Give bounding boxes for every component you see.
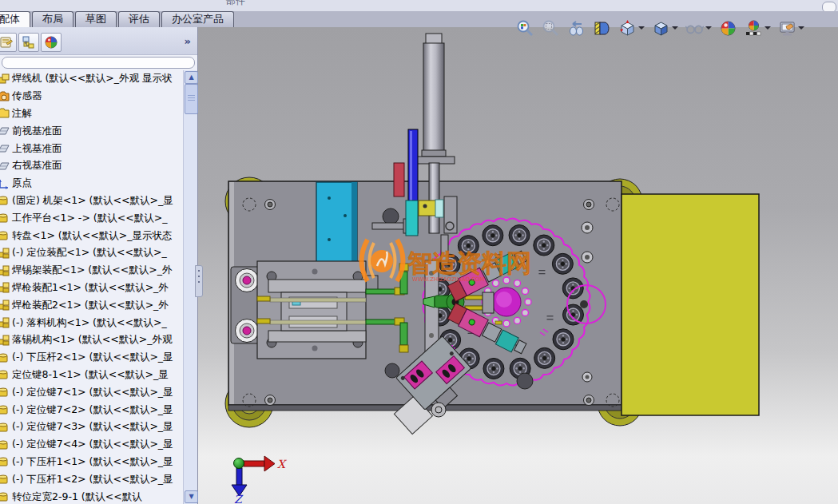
plane-icon — [0, 142, 10, 155]
zoom-to-fit-icon[interactable] — [516, 19, 534, 38]
view-orientation-icon[interactable] — [618, 19, 645, 38]
scroll-down-button[interactable]: ▼ — [185, 490, 198, 503]
tree-item[interactable]: 转位定宽2-9-1 (默认<<默认 — [0, 488, 185, 504]
tree-item[interactable]: 上视基准面 — [0, 140, 185, 157]
tree-item[interactable]: 焊线机 (默认<<默认>_外观 显示状 — [0, 70, 185, 88]
feature-manager-panel: » 焊线机 (默认<<默认>_外观 显示状传感器注解前视基准面上视基准面右视基准… — [0, 27, 198, 504]
display-style-dropdown-caret[interactable] — [672, 26, 678, 30]
tree-item-label: 注解 — [12, 107, 32, 121]
tab-评估[interactable]: 评估 — [118, 11, 160, 27]
turntable-roller[interactable] — [534, 347, 555, 368]
top-strip-label: 部件 — [226, 0, 245, 8]
tree-item[interactable]: 前视基准面 — [0, 122, 185, 140]
previous-view-icon[interactable] — [567, 19, 586, 38]
assembly-icon — [0, 247, 10, 260]
displaymanager-tab-icon[interactable] — [41, 33, 62, 52]
tree-item-label: (-) 下压杆1<1> (默认<<默认>_显 — [12, 455, 173, 469]
tree-item[interactable]: (-) 下压杆2<1> (默认<<默认>_显 — [0, 349, 185, 367]
scroll-thumb[interactable] — [185, 84, 198, 114]
tree-item[interactable]: 焊枪装配1<1> (默认<<默认>_外 — [0, 280, 185, 297]
graphics-viewport[interactable]: 智造资料网 WWW.ZHIZAOZILIAO.COM X Z — [198, 27, 838, 504]
panel-expand-chevron[interactable]: » — [185, 35, 191, 47]
panel-header: » — [0, 27, 197, 55]
tree-item-label: 焊线机 (默认<<默认>_外观 显示状 — [12, 72, 173, 85]
tree-item-label: (固定) 机架<1> (默认<<默认>_显 — [12, 194, 173, 208]
assembly-icon — [0, 299, 10, 312]
hide-show-items-icon[interactable] — [685, 19, 712, 38]
tree-item[interactable]: (-) 定位键7<1> (默认<<默认>_显 — [0, 383, 185, 401]
tree-item-label: 转位定宽2-9-1 (默认<<默认 — [12, 490, 142, 504]
apply-scene-dropdown-caret[interactable] — [765, 26, 771, 30]
assembly-icon — [0, 264, 10, 277]
plane-icon — [0, 125, 10, 137]
tree-item[interactable]: 落锡机构<1> (默认<<默认>_外观 — [0, 331, 185, 349]
plane-icon — [0, 160, 10, 173]
sensor-icon — [0, 90, 10, 103]
part-icon — [0, 351, 10, 364]
tab-布局[interactable]: 布局 — [32, 11, 73, 27]
part-icon — [0, 386, 10, 399]
top-toolbar-strip: 部件 — [0, 0, 838, 12]
tree-item[interactable]: (-) 下压杆1<2> (默认<<默认>_显 — [0, 470, 185, 488]
tree-item[interactable]: 转盘<1> (默认<<默认>_显示状态 — [0, 227, 185, 244]
panel-splitter-handle[interactable] — [195, 265, 203, 297]
turntable-roller[interactable] — [509, 225, 530, 246]
hide-show-items-dropdown-caret[interactable] — [705, 26, 712, 30]
part-icon — [0, 212, 10, 224]
model-canvas[interactable]: 智造资料网 WWW.ZHIZAOZILIAO.COM X Z — [198, 27, 838, 504]
tree-item[interactable]: 定位键8-1<1> (默认<<默认>_显 — [0, 367, 185, 384]
section-view-icon[interactable] — [593, 19, 611, 38]
tree-item[interactable]: 焊枪装配2<1> (默认<<默认>_外 — [0, 296, 185, 314]
tab-装配体[interactable]: 装配体 — [0, 11, 30, 27]
tree-item-label: (-) 定位键7<1> (默认<<默认>_显 — [12, 386, 173, 399]
tree-item[interactable]: (-) 定位键7<4> (默认<<默认>_显 — [0, 436, 185, 454]
tab-办公室产品[interactable]: 办公室产品 — [161, 11, 234, 27]
tree-item-label: (-) 下压杆1<2> (默认<<默认>_显 — [12, 473, 173, 486]
configuration-manager-tab-icon[interactable] — [18, 33, 39, 52]
tree-item[interactable]: (-) 定位键7<3> (默认<<默认>_显 — [0, 419, 185, 436]
apply-scene-icon[interactable] — [745, 19, 771, 38]
part-icon — [0, 194, 10, 207]
turntable-roller[interactable] — [553, 329, 574, 350]
tree-item[interactable]: (-) 下压杆1<1> (默认<<默认>_显 — [0, 454, 185, 471]
tree-item[interactable]: 焊锡架装配<1> (默认<<默认>_外 — [0, 262, 185, 280]
tree-item[interactable]: 注解 — [0, 105, 185, 123]
tree-item-label: 传感器 — [12, 89, 42, 103]
edit-appearance-icon[interactable] — [719, 19, 737, 38]
view-settings-dropdown-caret[interactable] — [798, 26, 804, 30]
zoom-to-area-icon[interactable] — [542, 19, 560, 38]
tree-item-label: 原点 — [12, 177, 32, 190]
tree-item[interactable]: (-) 定位键7<2> (默认<<默认>_显 — [0, 401, 185, 419]
tree-item-label: (-) 定位键7<3> (默认<<默认>_显 — [12, 420, 173, 434]
tree-item[interactable]: (-) 落料机构<1> (默认<<默认>_ — [0, 314, 185, 331]
turntable-roller[interactable] — [483, 358, 504, 379]
view-orientation-dropdown-caret[interactable] — [638, 26, 645, 30]
part-icon — [0, 490, 10, 503]
turntable-roller[interactable] — [562, 278, 583, 299]
tree-filter-bar[interactable] — [2, 57, 195, 69]
tree-item[interactable]: 原点 — [0, 175, 185, 192]
tree-item-label: (-) 下压杆2<1> (默认<<默认>_显 — [12, 351, 173, 364]
side-plate-yellow[interactable] — [622, 194, 759, 415]
tree-item[interactable]: (-) 定位装配<1> (默认<<默认>_ — [0, 244, 185, 262]
turntable-roller[interactable] — [534, 235, 554, 256]
asmtop-icon — [0, 73, 10, 85]
tree-item[interactable]: 右视基准面 — [0, 157, 185, 175]
feature-tree: 焊线机 (默认<<默认>_外观 显示状传感器注解前视基准面上视基准面右视基准面原… — [0, 70, 185, 504]
folder-icon — [0, 107, 10, 120]
turntable-roller[interactable] — [552, 253, 573, 274]
tree-item-label: 右视基准面 — [12, 159, 62, 173]
tree-item-label: 焊枪装配1<1> (默认<<默认>_外 — [12, 281, 169, 295]
tab-草图[interactable]: 草图 — [75, 11, 117, 27]
featuremanager-tab-icon[interactable] — [0, 33, 17, 52]
scroll-up-button[interactable]: ▲ — [185, 71, 198, 84]
tree-item[interactable]: (固定) 机架<1> (默认<<默认>_显 — [0, 192, 185, 210]
view-settings-icon[interactable] — [778, 19, 804, 38]
turntable-roller[interactable] — [483, 225, 503, 246]
tree-item[interactable]: 工作平台<1> -> (默认<<默认>_ — [0, 209, 185, 227]
tree-item[interactable]: 传感器 — [0, 88, 185, 105]
tree-item-label: 前视基准面 — [12, 125, 62, 138]
origin-icon — [0, 177, 10, 190]
tree-item-label: (-) 定位键7<2> (默认<<默认>_显 — [12, 403, 173, 417]
display-style-icon[interactable] — [652, 19, 678, 38]
